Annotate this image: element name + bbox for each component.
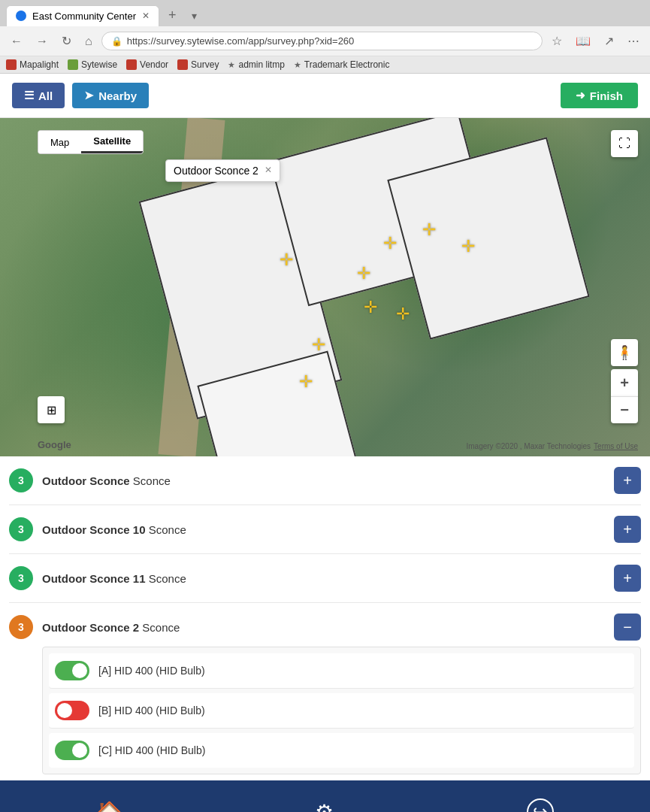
app-container: ☰ All ➤ Nearby ➜ Finish ✛ ✛ ✛ ✛ ✛ ✛ ✛ <box>0 74 650 812</box>
bookmark-mapalight[interactable]: Mapalight <box>6 59 59 70</box>
google-watermark: Google <box>38 439 71 450</box>
map-marker-8[interactable]: ✛ <box>312 335 325 355</box>
outdoor-sconce-2-text: Outdoor Sconce 2 Sconce <box>42 621 605 634</box>
tab-close-button[interactable]: ✕ <box>142 11 150 21</box>
back-button[interactable]: ← <box>6 32 27 51</box>
toggle-label-a: [A] HID 400 (HID Bulb) <box>98 665 205 677</box>
badge-outdoor-sconce-value: 3 <box>18 474 24 486</box>
terms-link[interactable]: Terms of Use <box>594 442 638 450</box>
all-button[interactable]: ☰ All <box>12 83 65 108</box>
toggle-item-a: [A] HID 400 (HID Bulb) <box>49 653 634 689</box>
bookmark-sytewise[interactable]: Sytewise <box>68 59 117 70</box>
admin-star-icon: ★ <box>228 60 235 70</box>
outdoor-sconce-expand-button[interactable]: + <box>614 467 641 494</box>
map-marker-9[interactable]: ✛ <box>299 372 313 392</box>
home-nav-icon-button[interactable]: 🏠 <box>78 794 141 813</box>
tooltip-text: Outdoor Sconce 2 <box>174 165 258 177</box>
map-zoom-in-button[interactable]: + <box>611 369 638 396</box>
badge-outdoor-sconce-10: 3 <box>9 517 33 541</box>
toggle-switch-b[interactable] <box>55 701 89 720</box>
map-container[interactable]: ✛ ✛ ✛ ✛ ✛ ✛ ✛ ✛ ✛ Outdoor Sconce 2 ✕ Map… <box>0 118 650 456</box>
bookmark-sytewise-label: Sytewise <box>81 59 117 70</box>
map-type-map-button[interactable]: Map <box>38 131 81 153</box>
bookmark-admin[interactable]: ★ admin litmp <box>228 59 284 70</box>
finish-button[interactable]: ➜ Finish <box>561 83 638 108</box>
list-item-outdoor-sconce-10: 3 Outdoor Sconce 10 Sconce + <box>9 505 641 554</box>
bookmark-survey[interactable]: Survey <box>177 59 219 70</box>
map-layers-button[interactable]: ⊞ <box>38 396 65 423</box>
nearby-button[interactable]: ➤ Nearby <box>72 83 149 108</box>
reader-button[interactable]: 📖 <box>571 31 595 51</box>
browser-chrome: East Community Center ✕ + ▾ ← → ↻ ⌂ 🔒 ht… <box>0 0 650 74</box>
outdoor-sconce-2-collapse-button[interactable]: − <box>614 614 641 641</box>
toggle-label-c: [C] HID 400 (HID Bulb) <box>98 744 205 756</box>
map-marker-4[interactable]: ✛ <box>422 220 436 240</box>
toggle-item-b: [B] HID 400 (HID Bulb) <box>49 693 634 729</box>
map-marker-7[interactable]: ✛ <box>396 304 410 324</box>
all-label: All <box>38 89 53 102</box>
outdoor-sconce-11-expand-button[interactable]: + <box>614 565 641 592</box>
map-fullscreen-button[interactable]: ⛶ <box>611 130 638 157</box>
menu-button[interactable]: ⋯ <box>623 31 644 51</box>
toggle-switch-c[interactable] <box>55 741 89 760</box>
map-attribution: Imagery ©2020 , Maxar Technologies Terms… <box>466 442 638 450</box>
bookmark-button[interactable]: ☆ <box>547 31 567 51</box>
logout-icon: ↪ <box>527 798 554 812</box>
map-marker-5[interactable]: ✛ <box>461 237 475 256</box>
forward-button[interactable]: → <box>32 32 53 51</box>
home-icon: 🏠 <box>96 800 122 813</box>
location-icon: ➤ <box>84 89 94 102</box>
outdoor-sconce-11-name: Outdoor Sconce 11 <box>42 572 146 585</box>
map-tooltip: Outdoor Sconce 2 ✕ <box>165 159 280 182</box>
toggle-slider-b[interactable] <box>55 701 89 720</box>
map-type-control: Map Satellite <box>38 130 144 154</box>
tooltip-close-button[interactable]: ✕ <box>265 165 272 175</box>
finish-label: Finish <box>590 89 623 102</box>
outdoor-sconce-10-expand-button[interactable]: + <box>614 516 641 543</box>
vendor-favicon <box>126 59 137 70</box>
active-tab[interactable]: East Community Center ✕ <box>6 5 159 26</box>
map-marker-3[interactable]: ✛ <box>383 234 397 253</box>
logout-nav-button[interactable]: ↪ <box>509 792 572 812</box>
badge-outdoor-sconce-2-value: 3 <box>18 621 24 633</box>
bookmark-mapalight-label: Mapalight <box>20 59 59 70</box>
toggle-switch-a[interactable] <box>55 661 89 680</box>
tab-overflow-button[interactable]: ▾ <box>186 7 203 25</box>
bookmark-trademark[interactable]: ★ Trademark Electronic <box>294 59 390 70</box>
url-text: https://survey.sytewise.com/app/survey.p… <box>127 35 355 47</box>
toggle-slider-c[interactable] <box>55 741 89 760</box>
list-section: 3 Outdoor Sconce Sconce + 3 Outdoor Scon… <box>0 456 650 774</box>
map-type-satellite-button[interactable]: Satellite <box>81 131 143 153</box>
outdoor-sconce-2-name: Outdoor Sconce 2 <box>42 621 139 634</box>
map-marker-6[interactable]: ✛ <box>364 298 377 317</box>
badge-outdoor-sconce-10-value: 3 <box>18 523 24 535</box>
toggle-knob-b <box>57 703 72 718</box>
nav-bar: ← → ↻ ⌂ 🔒 https://survey.sytewise.com/ap… <box>0 26 650 56</box>
map-zoom-out-button[interactable]: − <box>611 396 638 423</box>
action-bar: ☰ All ➤ Nearby ➜ Finish <box>0 74 650 118</box>
map-streetview-button[interactable]: 🧍 <box>611 339 638 366</box>
settings-nav-button[interactable]: ⚙ <box>297 794 352 813</box>
outdoor-sconce-10-text: Outdoor Sconce 10 Sconce <box>42 523 605 536</box>
refresh-button[interactable]: ↻ <box>57 31 76 51</box>
survey-favicon <box>177 59 188 70</box>
toggle-knob-c <box>72 743 87 758</box>
toggle-knob-a <box>72 663 87 678</box>
toggle-slider-a[interactable] <box>55 661 89 680</box>
outdoor-sconce-11-text: Outdoor Sconce 11 Sconce <box>42 572 605 585</box>
badge-outdoor-sconce-2: 3 <box>9 615 33 639</box>
outdoor-sconce-10-type: Sconce <box>149 523 186 536</box>
outdoor-sconce-11-type: Sconce <box>149 572 186 585</box>
map-marker-1[interactable]: ✛ <box>280 250 293 270</box>
new-tab-button[interactable]: + <box>162 5 183 26</box>
map-buildings <box>0 118 650 456</box>
bottom-nav: 🏠 ⚙ ↪ <box>0 780 650 812</box>
mapalight-favicon <box>6 59 17 70</box>
address-bar[interactable]: 🔒 https://survey.sytewise.com/app/survey… <box>101 32 543 50</box>
bookmarks-bar: Mapalight Sytewise Vendor Survey ★ admin… <box>0 56 650 73</box>
map-marker-2[interactable]: ✛ <box>357 264 370 283</box>
bookmark-vendor[interactable]: Vendor <box>126 59 168 70</box>
badge-outdoor-sconce: 3 <box>9 468 33 492</box>
home-nav-button[interactable]: ⌂ <box>80 32 97 51</box>
share-button[interactable]: ↗ <box>600 31 618 51</box>
